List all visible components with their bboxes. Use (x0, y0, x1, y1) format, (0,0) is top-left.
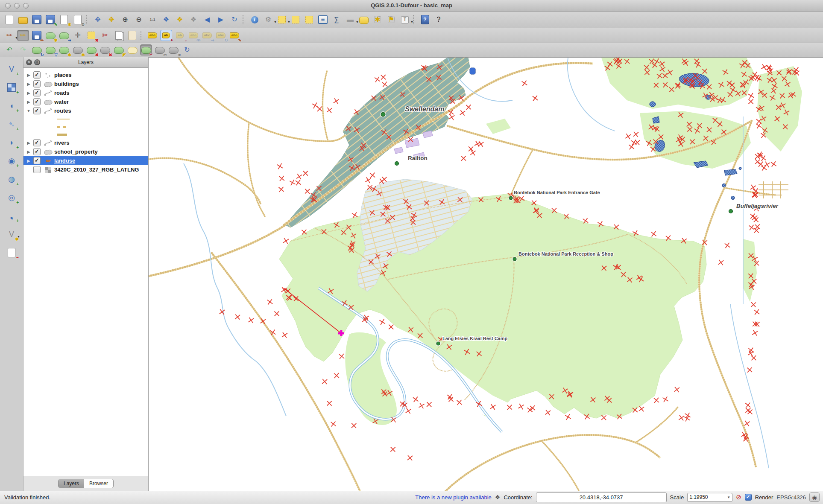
expand-icon[interactable]: ▶ (26, 73, 32, 77)
layer-checkbox-landuse[interactable]: ✓ (33, 157, 41, 164)
merge-features-icon[interactable]: ≈ (167, 44, 179, 55)
run-feature-action-icon[interactable]: ⚙▼ (262, 14, 274, 25)
rotate-label-icon[interactable]: abc↻ (215, 30, 227, 41)
undo-icon[interactable]: ↶ (3, 44, 15, 55)
layer-row-routes[interactable]: ▼✓routes (23, 106, 148, 115)
layer-row-roads[interactable]: ▶✓roads (23, 88, 148, 97)
measure-line-icon[interactable]: ▬▼ (344, 14, 356, 25)
new-bookmark-icon[interactable]: ✱ (372, 14, 384, 25)
highlight-pinned-labels-icon[interactable]: ab● (174, 30, 186, 41)
layer-checkbox-rivers[interactable]: ✓ (33, 139, 41, 146)
add-postgis-layer-icon[interactable]: ◖+ (6, 100, 18, 111)
rotate-feature-icon[interactable]: ↻ (31, 44, 43, 55)
help-contents-icon[interactable]: ? (419, 14, 431, 25)
layer-row-buildings[interactable]: ▶✓buildings (23, 79, 148, 88)
tab-browser[interactable]: Browser (84, 479, 113, 488)
rotate-point-symbols-icon[interactable]: ↻ (181, 44, 193, 55)
tab-layers[interactable]: Layers (59, 479, 84, 488)
delete-selected-icon[interactable]: ✖ (85, 30, 97, 41)
copy-features-icon[interactable] (113, 30, 125, 41)
expand-icon[interactable]: ▶ (26, 141, 32, 145)
whats-this-icon[interactable]: ? (433, 14, 445, 25)
show-bookmarks-icon[interactable]: ⚑ (385, 14, 397, 25)
new-print-composer-icon[interactable]: ✱ (58, 14, 70, 25)
panel-close-icon[interactable]: ✕ (26, 59, 32, 65)
add-spatialite-layer-icon[interactable]: ➴+ (6, 119, 18, 130)
add-raster-layer-icon[interactable]: + (6, 82, 18, 93)
layer-row-water[interactable]: ▶✓water (23, 97, 148, 106)
layer-checkbox-roads[interactable]: ✓ (33, 89, 41, 96)
save-layer-edits-icon[interactable]: ✏ (31, 30, 43, 41)
show-hide-labels-icon[interactable]: abc👁 (187, 30, 199, 41)
redo-icon[interactable]: ↷ (17, 44, 29, 55)
render-checkbox[interactable]: ✓ (745, 494, 752, 501)
add-mssql-layer-icon[interactable]: ◗+ (6, 137, 18, 148)
map-canvas[interactable]: SwellendamRailtonBontebok National Park … (149, 57, 823, 491)
plugin-icon[interactable]: ❖ (495, 494, 501, 501)
new-project-icon[interactable] (3, 14, 15, 25)
add-part-icon[interactable]: ✱ (72, 44, 84, 55)
select-features-icon[interactable]: ➤▼ (276, 14, 288, 25)
paste-features-icon[interactable] (126, 30, 138, 41)
attribute-table-icon[interactable]: ☰ (317, 14, 329, 25)
add-ring-icon[interactable]: ✱ (58, 44, 70, 55)
layer-checkbox-places[interactable]: ✓ (33, 71, 41, 79)
add-wms-layer-icon[interactable]: ◉+ (6, 155, 18, 166)
simplify-feature-icon[interactable]: ▽ (44, 44, 56, 55)
panel-float-icon[interactable]: ❐ (34, 59, 40, 65)
change-label-icon[interactable]: abc✎ (228, 30, 240, 41)
add-wfs-layer-icon[interactable]: ◎+ (6, 192, 18, 203)
expand-icon[interactable]: ▶ (26, 159, 32, 163)
layer-checkbox-3420C_2010_327_RGB_LATLNG[interactable] (33, 166, 41, 173)
add-feature-icon[interactable]: ✱ (44, 30, 56, 41)
layers-panel-header[interactable]: ✕ ❐ Layers (23, 57, 148, 68)
expand-icon[interactable]: ▶ (26, 82, 32, 86)
layer-row-3420C_2010_327_RGB_LATLNG[interactable]: 3420C_2010_327_RGB_LATLNG (23, 165, 148, 174)
collapse-icon[interactable]: ▼ (26, 109, 32, 113)
coordinate-input[interactable] (536, 492, 667, 502)
zoom-full-icon[interactable]: ❖ (160, 14, 172, 25)
refresh-map-icon[interactable]: ↻ (228, 14, 240, 25)
pin-labels-icon[interactable]: ab● (160, 30, 172, 41)
scale-combo[interactable]: 1:19950 ▼ (687, 493, 732, 502)
add-wcs-layer-icon[interactable]: ◍+ (6, 174, 18, 185)
pan-map-icon[interactable]: ✥ (92, 14, 104, 25)
title-bar[interactable]: QGIS 2.0.1-Dufour - basic_map (0, 0, 823, 12)
layer-row-landuse[interactable]: ▶✓✏landuse (23, 156, 148, 165)
layer-row-places[interactable]: ▶✓places (23, 70, 148, 79)
add-vector-layer-icon[interactable]: V+ (6, 64, 18, 75)
delete-part-icon[interactable]: ✖ (99, 44, 111, 55)
add-delimited-text-layer-icon[interactable]: ❟+ (6, 210, 18, 221)
remove-layer-icon[interactable]: − (6, 247, 18, 258)
zoom-in-icon[interactable]: ⊕ (119, 14, 131, 25)
current-edits-icon[interactable]: ✏▼ (3, 30, 15, 41)
delete-ring-icon[interactable]: ✖ (85, 44, 97, 55)
deselect-features-icon[interactable]: ⊘ (290, 14, 302, 25)
layer-row-school_property[interactable]: ▶✓school_property (23, 147, 148, 156)
crs-button[interactable]: ◉ (809, 492, 820, 502)
layer-checkbox-buildings[interactable]: ✓ (33, 80, 41, 87)
stop-render-icon[interactable]: ⊘ (736, 493, 741, 501)
save-project-as-icon[interactable]: ✎ (44, 14, 56, 25)
zoom-to-layer-icon[interactable]: ❖ (187, 14, 199, 25)
cut-features-icon[interactable]: ✂ (99, 30, 111, 41)
composer-manager-icon[interactable]: ⚙ (72, 14, 84, 25)
layer-labeling-icon[interactable]: abc (146, 30, 158, 41)
save-project-icon[interactable] (31, 14, 43, 25)
split-features-icon[interactable]: ✂ (140, 44, 152, 55)
map-tips-icon[interactable] (358, 14, 370, 25)
plugin-available-link[interactable]: There is a new plugin available (415, 494, 492, 501)
layer-row-rivers[interactable]: ▶✓rivers (23, 138, 148, 147)
pan-to-selection-icon[interactable]: ✥ (105, 14, 117, 25)
expand-icon[interactable]: ▶ (26, 91, 32, 95)
expand-icon[interactable]: ▶ (26, 100, 32, 104)
text-annotation-icon[interactable]: T▼ (399, 14, 411, 25)
field-calculator-icon[interactable]: ∑ (331, 14, 343, 25)
node-tool-icon[interactable]: ✛ (72, 30, 84, 41)
layer-checkbox-school_property[interactable]: ✓ (33, 148, 41, 155)
expand-icon[interactable]: ▶ (26, 150, 32, 154)
offset-curve-icon[interactable] (126, 44, 138, 55)
identify-features-icon[interactable]: i (249, 14, 261, 25)
zoom-last-icon[interactable]: ◀ (201, 14, 213, 25)
move-feature-icon[interactable]: ➜ (58, 30, 70, 41)
